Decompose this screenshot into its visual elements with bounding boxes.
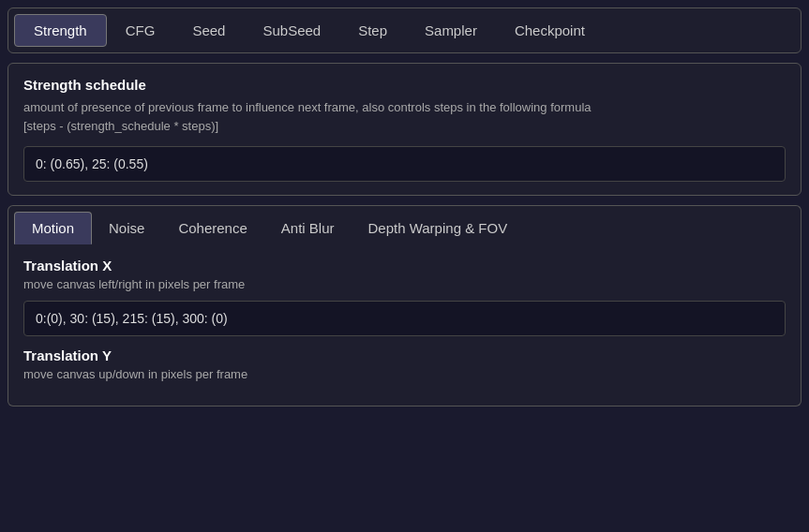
top-tab-bar: Strength CFG Seed SubSeed Step Sampler C… <box>7 7 802 53</box>
tab-step[interactable]: Step <box>339 14 406 47</box>
tab-sampler[interactable]: Sampler <box>406 14 496 47</box>
sub-tab-depth-warping[interactable]: Depth Warping & FOV <box>351 212 524 244</box>
tab-seed[interactable]: Seed <box>173 14 244 47</box>
sub-tab-motion[interactable]: Motion <box>14 212 92 244</box>
sub-tab-noise[interactable]: Noise <box>92 212 161 244</box>
translation-x-block: Translation X move canvas left/right in … <box>23 258 786 336</box>
translation-x-input[interactable] <box>23 301 786 336</box>
translation-y-title: Translation Y <box>23 347 786 363</box>
tab-strength[interactable]: Strength <box>14 14 107 47</box>
strength-schedule-title: Strength schedule <box>23 77 786 93</box>
sub-tab-bar: Motion Noise Coherence Anti Blur Depth W… <box>7 205 802 244</box>
strength-desc-line1: amount of presence of previous frame to … <box>23 100 592 114</box>
strength-schedule-input[interactable] <box>23 146 786 182</box>
tab-cfg[interactable]: CFG <box>107 14 174 47</box>
tab-subseed[interactable]: SubSeed <box>244 14 339 47</box>
strength-desc-line2: [steps - (strength_schedule * steps)] <box>23 119 218 133</box>
translation-x-title: Translation X <box>23 258 786 273</box>
sub-tab-coherence[interactable]: Coherence <box>161 212 263 244</box>
tab-checkpoint[interactable]: Checkpoint <box>496 14 604 47</box>
strength-schedule-desc: amount of presence of previous frame to … <box>23 98 786 135</box>
motion-sub-panel: Translation X move canvas left/right in … <box>7 244 802 406</box>
sub-tab-anti-blur[interactable]: Anti Blur <box>264 212 352 244</box>
translation-y-desc: move canvas up/down in pixels per frame <box>23 367 786 381</box>
main-container: Strength CFG Seed SubSeed Step Sampler C… <box>0 0 809 414</box>
translation-y-block: Translation Y move canvas up/down in pix… <box>23 347 786 381</box>
translation-x-desc: move canvas left/right in pixels per fra… <box>23 277 786 291</box>
strength-schedule-panel: Strength schedule amount of presence of … <box>7 63 802 196</box>
